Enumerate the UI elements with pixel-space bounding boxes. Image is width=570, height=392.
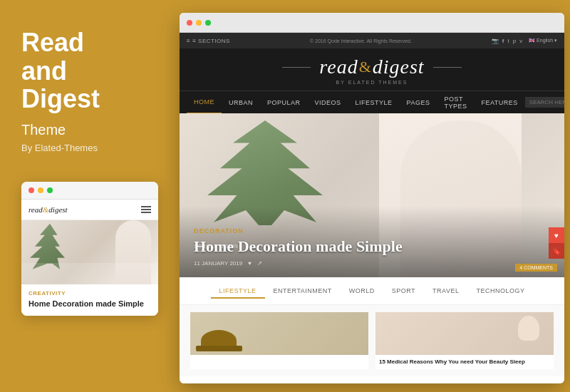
nav-item-urban[interactable]: URBAN <box>222 91 260 114</box>
tab-entertainment[interactable]: ENTERTAINMENT <box>265 284 341 299</box>
image-overlay <box>21 263 158 284</box>
tab-lifestyle[interactable]: LIFESTYLE <box>211 284 265 299</box>
mobile-card-content: CREATIVITY Home Decoration made Simple <box>21 284 158 316</box>
topbar-right: 📷 f t p v 🇬🇧 English ▾ <box>492 38 557 44</box>
grid-item-1[interactable] <box>190 312 368 369</box>
mobile-category-tag: CREATIVITY <box>28 290 151 296</box>
theme-title: Read and Digest <box>21 29 100 113</box>
hero-title: Home Decoration made Simple <box>194 237 550 256</box>
hero-comments-count[interactable]: 4 COMMENTS <box>515 264 557 272</box>
logo-ampersand: & <box>359 58 372 76</box>
grid-image-1 <box>190 312 368 355</box>
mobile-card-header <box>21 182 158 200</box>
tab-world[interactable]: WORLD <box>341 284 383 299</box>
mobile-nav: read&digest <box>21 200 158 220</box>
facebook-icon[interactable]: f <box>502 38 504 44</box>
instagram-icon[interactable]: 📷 <box>492 38 499 44</box>
nav-item-home[interactable]: HOME <box>187 91 222 114</box>
hat-brim-decoration <box>196 346 242 351</box>
site-nav: HOME URBAN POPULAR VIDEOS LIFESTYLE PAGE… <box>180 91 564 113</box>
grid-item-1-content <box>190 355 368 362</box>
hero-category: DECORATION <box>194 227 550 234</box>
tab-sport[interactable]: SPORT <box>383 284 424 299</box>
hero-date: 11 JANUARY 2019 <box>194 260 242 267</box>
theme-author: By Elated-Themes <box>21 143 98 153</box>
tab-technology[interactable]: TECHNOLOGY <box>467 284 533 299</box>
hero-meta: 11 JANUARY 2019 ♥ ↗ <box>194 260 550 267</box>
hero-share-icon: ↗ <box>257 260 262 267</box>
mobile-ampersand: & <box>43 205 49 214</box>
side-bookmark-button[interactable]: 🔖 <box>549 243 564 259</box>
person-head-decoration <box>518 316 539 341</box>
hamburger-line-2 <box>141 209 151 210</box>
dot-red <box>28 187 34 193</box>
left-panel: Read and Digest Theme By Elated-Themes r… <box>0 0 177 392</box>
logo-text-left: read <box>319 56 358 78</box>
hero-overlay: DECORATION Home Decoration made Simple 1… <box>180 206 564 277</box>
hamburger-menu-icon[interactable] <box>141 206 151 213</box>
hamburger-line-1 <box>141 206 151 207</box>
hamburger-line-3 <box>141 212 151 213</box>
tab-travel[interactable]: TRAVEL <box>424 284 467 299</box>
twitter-icon[interactable]: t <box>507 38 509 44</box>
grid-item-2[interactable]: 15 Medical Reasons Why You need Your Bea… <box>375 312 554 369</box>
logo-line-right <box>433 67 462 68</box>
side-heart-button[interactable]: ♥ <box>549 227 564 243</box>
grid-item-2-title: 15 Medical Reasons Why You need Your Bea… <box>379 359 550 366</box>
dot-green <box>47 187 53 193</box>
content-grid: 15 Medical Reasons Why You need Your Bea… <box>180 305 564 376</box>
topbar-copyright: © 2016 Qode Interactive. All Rights Rese… <box>310 38 412 43</box>
nav-item-popular[interactable]: POPULAR <box>260 91 308 114</box>
browser-titlebar <box>180 13 564 33</box>
mobile-hero-image <box>21 220 158 284</box>
logo-line-left <box>282 67 311 68</box>
sections-label: ≡ SECTIONS <box>192 38 230 44</box>
dot-yellow <box>38 187 43 193</box>
nav-item-pages[interactable]: PAGES <box>400 91 437 114</box>
topbar-sections[interactable]: ≡ ≡ SECTIONS <box>187 38 230 44</box>
mobile-logo: read&digest <box>28 205 68 214</box>
search-input[interactable] <box>525 97 564 108</box>
language-selector[interactable]: 🇬🇧 English ▾ <box>529 38 557 43</box>
logo-text-right: digest <box>373 56 425 78</box>
sections-icon: ≡ <box>187 38 190 44</box>
nav-item-lifestyle[interactable]: LIFESTYLE <box>348 91 400 114</box>
pinterest-icon[interactable]: p <box>513 38 516 44</box>
site-topbar: ≡ ≡ SECTIONS © 2016 Qode Interactive. Al… <box>180 33 564 48</box>
nav-item-post-types[interactable]: POST TYPES <box>437 91 474 114</box>
theme-subtitle: Theme <box>21 122 66 138</box>
content-tabs: LIFESTYLE ENTERTAINMENT WORLD SPORT TRAV… <box>180 277 564 305</box>
bookmark-icon: 🔖 <box>552 247 561 255</box>
site-logo: read & digest <box>319 56 424 78</box>
side-floating-buttons: ♥ 🔖 <box>549 227 564 259</box>
mobile-preview-card: read&digest CREATIVITY Home Decoration m… <box>21 182 158 316</box>
hero-like-icon: ♥ <box>248 260 252 267</box>
browser-window: ≡ ≡ SECTIONS © 2016 Qode Interactive. Al… <box>180 13 564 383</box>
vimeo-icon[interactable]: v <box>519 38 522 44</box>
browser-dot-red <box>187 20 192 26</box>
browser-dot-green <box>205 20 211 26</box>
hero-section: DECORATION Home Decoration made Simple 1… <box>180 113 564 277</box>
nav-item-features[interactable]: FEATURES <box>474 91 524 114</box>
nav-item-videos[interactable]: VIDEOS <box>308 91 348 114</box>
browser-dot-yellow <box>196 20 202 26</box>
logo-tagline: BY ELATED THEMES <box>180 80 564 85</box>
grid-item-2-content: 15 Medical Reasons Why You need Your Bea… <box>375 355 554 369</box>
mobile-article-title: Home Decoration made Simple <box>28 299 151 309</box>
scroll-indicator: SCROLL DOWN <box>194 244 239 249</box>
nav-search[interactable]: 🔍 <box>525 95 564 110</box>
site-logo-area: read & digest BY ELATED THEMES <box>180 48 564 91</box>
heart-icon: ♥ <box>554 232 559 239</box>
grid-image-2 <box>375 312 554 355</box>
